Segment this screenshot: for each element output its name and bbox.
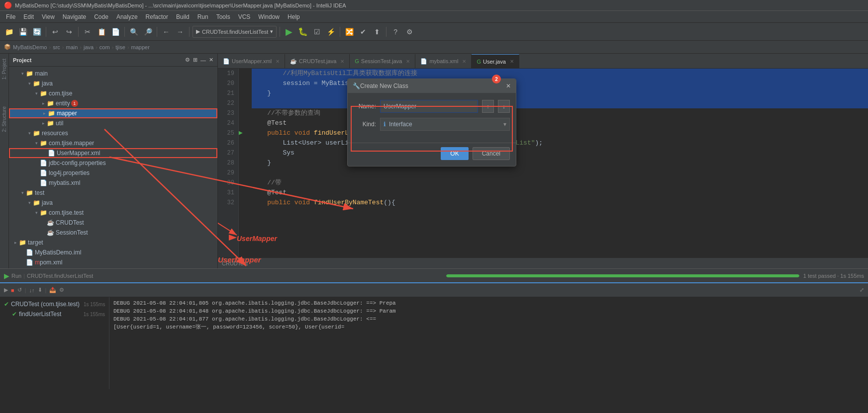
menu-file[interactable]: File <box>2 12 19 21</box>
breadcrumb-mapper[interactable]: mapper <box>131 44 150 50</box>
settings-btn[interactable]: ⚙ <box>403 26 415 38</box>
run-item-crudtest[interactable]: ✔ CRUDTest (com.tjise.test) 1s 155ms <box>0 299 109 309</box>
toolbar-project-btn[interactable]: 📁 <box>3 26 15 38</box>
menu-refactor[interactable]: Refactor <box>142 12 172 21</box>
tree-item-comtjise[interactable]: ▾ 📁 com.tjise <box>9 88 217 98</box>
dialog-cancel-button[interactable]: Cancel <box>473 147 510 160</box>
tab-close-userjava[interactable]: ✕ <box>510 59 514 64</box>
dialog-name-input[interactable] <box>380 100 478 113</box>
menu-help[interactable]: Help <box>284 12 304 21</box>
breadcrumb-main[interactable]: main <box>66 44 78 50</box>
dialog-kind-select[interactable]: ℹ Interface ▾ <box>380 118 510 131</box>
tree-item-comtjisetest[interactable]: ▾ 📁 com.tjise.test <box>9 208 217 218</box>
export-btn[interactable]: 📤 <box>49 287 56 293</box>
commit-btn[interactable]: ✔ <box>357 26 369 38</box>
run-config-dropdown[interactable]: ▶ CRUDTest.findUserListTest ▾ <box>193 26 277 38</box>
breadcrumb-com[interactable]: com <box>99 44 110 50</box>
toolbar-sync-btn[interactable]: 🔄 <box>31 26 43 38</box>
breadcrumb-project[interactable]: MyBatisDemo <box>13 44 47 50</box>
settings-run-btn[interactable]: ⚙ <box>59 287 64 293</box>
vcs-btn[interactable]: 🔀 <box>343 26 355 38</box>
menu-build[interactable]: Build <box>172 12 193 21</box>
menu-window[interactable]: Window <box>254 12 284 21</box>
tree-item-test[interactable]: ▾ 📁 test <box>9 188 217 198</box>
tree-item-jdbcconfig[interactable]: 📄 jdbc-config.properties <box>9 158 217 168</box>
tree-item-sessiontest[interactable]: ☕ SessionTest <box>9 228 217 238</box>
dialog-sort-desc-btn[interactable]: ↓ <box>498 100 510 113</box>
tree-item-usermapperxml[interactable]: 📄 UserMapper.xml <box>9 148 217 158</box>
tree-item-extlibs[interactable]: ▸ 📚 External Libraries <box>9 267 217 268</box>
push-btn[interactable]: ⬆ <box>371 26 383 38</box>
tree-item-util[interactable]: ▸ 📁 util <box>9 118 217 128</box>
toolbar-cut-btn[interactable]: ✂ <box>82 26 94 38</box>
stop-btn[interactable]: ■ <box>11 287 14 293</box>
menu-code[interactable]: Code <box>90 12 112 21</box>
tree-item-crudtest[interactable]: ☕ CRUDTest <box>9 218 217 228</box>
profile-btn[interactable]: ⚡ <box>325 26 337 38</box>
tree-item-mapper[interactable]: ▸ 📁 mapper <box>9 108 217 118</box>
tree-item-log4j[interactable]: 📄 log4j.properties <box>9 168 217 178</box>
toolbar-forward-btn[interactable]: → <box>174 26 186 38</box>
menu-view[interactable]: View <box>38 12 59 21</box>
menu-analyze[interactable]: Analyze <box>112 12 142 21</box>
breadcrumb-java[interactable]: java <box>84 44 94 50</box>
tree-item-mybatisxml[interactable]: 📄 mybatis.xml <box>9 178 217 188</box>
toolbar-redo-btn[interactable]: ↪ <box>63 26 75 38</box>
tree-item-resources[interactable]: ▾ 📁 resources <box>9 128 217 138</box>
menu-tools[interactable]: Tools <box>212 12 234 21</box>
help-btn[interactable]: ? <box>389 26 401 38</box>
menu-edit[interactable]: Edit <box>19 12 38 21</box>
tab-crudtest[interactable]: ☕ CRUDTest.java ✕ <box>285 54 350 68</box>
tree-item-target[interactable]: ▸ 📁 target <box>9 238 217 248</box>
debug-button[interactable]: 🐛 <box>297 26 309 38</box>
sort-btn[interactable]: ↓↑ <box>29 287 35 293</box>
tab-close-crudtest[interactable]: ✕ <box>340 59 344 64</box>
toolbar-undo-btn[interactable]: ↩ <box>49 26 61 38</box>
menu-navigate[interactable]: Navigate <box>59 12 90 21</box>
tree-item-main[interactable]: ▾ 📁 main <box>9 69 217 79</box>
run-label-icon[interactable]: ▶ <box>4 272 9 280</box>
menu-run[interactable]: Run <box>193 12 212 21</box>
run-tab-label[interactable]: Run <box>11 273 21 279</box>
rerun-btn[interactable]: ↺ <box>17 287 22 293</box>
tab-mybatisxml[interactable]: 📄 mybatis.xml ✕ <box>415 54 472 68</box>
tree-item-pomxml[interactable]: 📄 m pom.xml <box>9 257 217 267</box>
breadcrumb-src[interactable]: src <box>53 44 60 50</box>
project-expand-icon[interactable]: ⊞ <box>193 57 197 63</box>
dialog-sort-asc-btn[interactable]: ↑ <box>482 100 494 113</box>
code-editor[interactable]: 19 20 21 22 23 24 25 26 27 28 29 30 31 3… <box>218 69 868 257</box>
tree-item-java[interactable]: ▾ 📁 java <box>9 79 217 88</box>
project-settings-icon[interactable]: ⚙ <box>185 57 190 63</box>
run-with-coverage-btn[interactable]: ☑ <box>311 26 323 38</box>
tab-close-sessiontest[interactable]: ✕ <box>406 59 410 64</box>
dialog-ok-button[interactable]: OK <box>441 147 468 160</box>
tab-userjava[interactable]: G User.java ✕ <box>472 54 519 68</box>
run-button[interactable]: ▶ <box>283 26 295 38</box>
tab-close-mybatisxml[interactable]: ✕ <box>462 59 466 64</box>
tab-usermapperxml[interactable]: 📄 UserMapper.xml ✕ <box>218 54 285 68</box>
project-panel-label[interactable]: 1: Project <box>0 56 8 83</box>
toolbar-copy-btn[interactable]: 📋 <box>96 26 107 38</box>
tree-item-iml[interactable]: 📄 MyBatisDemo.iml <box>9 248 217 257</box>
toolbar-back-btn[interactable]: ← <box>160 26 172 38</box>
code-content[interactable]: //利用MyBatisUtil工具类获取数据库的连接 session = MyB… <box>247 69 868 257</box>
run-item-finduserlist[interactable]: ✔ findUserListTest 1s 155ms <box>0 309 109 319</box>
toolbar-search2-btn[interactable]: 🔎 <box>142 26 154 38</box>
menu-vcs[interactable]: VCS <box>234 12 255 21</box>
toolbar-save-btn[interactable]: 💾 <box>17 26 29 38</box>
expand-bottom-btn[interactable]: ⤢ <box>860 287 864 293</box>
project-close-icon[interactable]: ✕ <box>209 57 213 63</box>
dialog-close-icon[interactable]: ✕ <box>506 83 511 89</box>
run-gutter-25[interactable]: ▶ <box>239 128 247 138</box>
tree-item-testjava[interactable]: ▾ 📁 java <box>9 198 217 208</box>
breadcrumb-tjise[interactable]: tjise <box>115 44 125 50</box>
toolbar-paste-btn[interactable]: 📄 <box>109 26 121 38</box>
tab-close-usermapperxml[interactable]: ✕ <box>276 59 280 64</box>
tree-item-entity[interactable]: ▸ 📁 entity 1 <box>9 98 217 108</box>
tab-sessiontest[interactable]: G SessionTest.java ✕ <box>350 54 415 68</box>
tree-item-comtjisemapper[interactable]: ▾ 📁 com.tjise.mapper <box>9 138 217 148</box>
toolbar-search-btn[interactable]: 🔍 <box>128 26 140 38</box>
structure-panel-label[interactable]: 2: Structure <box>0 103 8 135</box>
restart-btn[interactable]: ▶ <box>4 287 8 293</box>
project-collapse-icon[interactable]: — <box>200 57 206 63</box>
